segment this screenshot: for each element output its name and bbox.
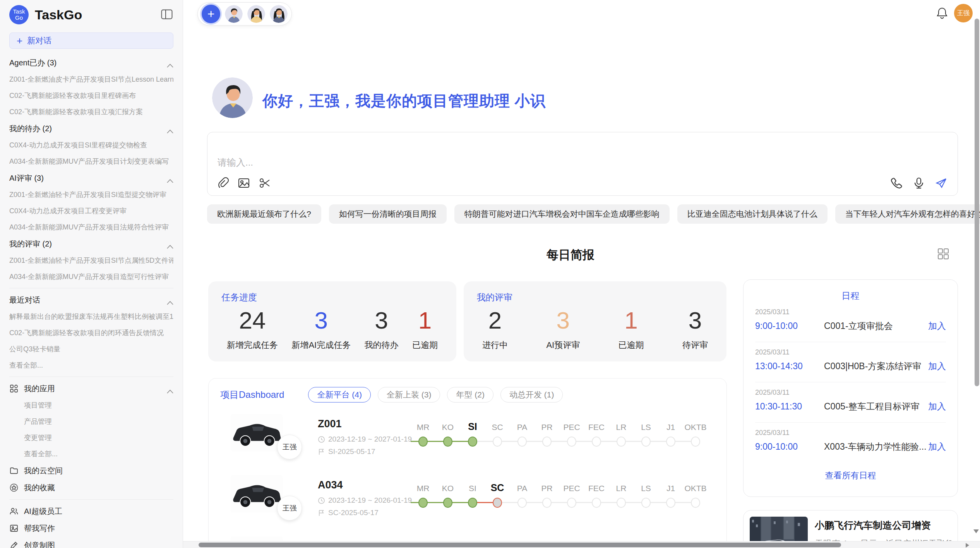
- milestone-label: PEC: [559, 484, 584, 493]
- project-row[interactable]: 王强A0342023-12-19 ~ 2026-01-19SC-2025-05-…: [209, 474, 727, 535]
- recent-chat-item[interactable]: 解释最新出台的欧盟报废车法规再生塑料比例被调至15%...: [9, 308, 173, 325]
- sidebar-task-item[interactable]: Z001-全新燃油轻卡产品开发项目SI造型提交物评审: [9, 187, 173, 203]
- member-avatar-3[interactable]: [270, 5, 288, 23]
- join-link[interactable]: 加入: [928, 401, 946, 413]
- recent-chat-item[interactable]: C02-飞腾新能源轻客改款项目的闭环通告反馈情况: [9, 325, 173, 341]
- horizontal-scrollbar-track[interactable]: [183, 541, 980, 548]
- stat-label: 待评审: [682, 339, 708, 351]
- stat-label: 已逾期: [412, 339, 438, 351]
- suggestion-chip[interactable]: 当下年轻人对汽车外观有怎样的喜好趋势: [835, 204, 980, 224]
- join-link[interactable]: 加入: [928, 360, 946, 372]
- dashboard-filters: 全新平台 (4)全新上装 (3)年型 (2)动总开发 (1): [308, 387, 563, 402]
- add-member-button[interactable]: +: [202, 5, 220, 23]
- join-link[interactable]: 加入: [928, 441, 946, 453]
- milestone-cell: FEC: [584, 474, 609, 524]
- recent-chat-item[interactable]: 公司Q3轻卡销量: [9, 341, 173, 357]
- suggestion-chip[interactable]: 如何写一份清晰的项目周报: [329, 204, 447, 224]
- image-icon[interactable]: [238, 177, 250, 189]
- dashboard-header: 项目Dashboard 全新平台 (4)全新上装 (3)年型 (2)动总开发 (…: [209, 378, 726, 402]
- sidebar-item-favorites-label: 我的收藏: [24, 483, 55, 493]
- stat-value: 3: [365, 307, 399, 334]
- filter-pill[interactable]: 动总开发 (1): [500, 387, 563, 402]
- filter-pill[interactable]: 全新上装 (3): [378, 387, 440, 402]
- milestone-label: PA: [510, 423, 535, 432]
- chevron-up-icon: [167, 61, 173, 65]
- sidebar-section-1-label: 我的待办 (2): [9, 123, 52, 134]
- sidebar-item-cloud-space[interactable]: 我的云空间: [9, 462, 173, 479]
- sidebar-task-item[interactable]: A034-全新新能源MUV产品开发项目计划变更表编写: [9, 153, 173, 170]
- suggestion-chip[interactable]: 特朗普可能对进口汽车增税会对中国车企造成哪些影响: [454, 204, 670, 224]
- recent-chat-item[interactable]: 查看全部...: [9, 357, 173, 373]
- join-link[interactable]: 加入: [928, 320, 946, 332]
- sidebar-section-3[interactable]: 我的评审 (2): [9, 235, 173, 252]
- microphone-icon[interactable]: [913, 177, 925, 189]
- milestone-dot: [567, 498, 576, 508]
- member-avatar-2[interactable]: [247, 5, 265, 23]
- flag-icon: [318, 448, 325, 456]
- filter-pill[interactable]: 年型 (2): [447, 387, 493, 402]
- vertical-scrollbar[interactable]: [975, 19, 979, 386]
- milestone-cell: PEC: [559, 474, 584, 524]
- milestone-cell: PR: [535, 474, 559, 524]
- user-avatar[interactable]: 王强: [954, 4, 973, 22]
- composer-right-icons: [890, 177, 947, 189]
- scissors-icon[interactable]: [259, 177, 271, 189]
- phone-icon[interactable]: [890, 177, 903, 189]
- sidebar-task-item[interactable]: Z001-全新燃油皮卡产品开发项目SI节点Lesson Learn报告: [9, 71, 173, 87]
- project-date-range: 2023-12-19 ~ 2027-01-19: [318, 435, 412, 444]
- milestone-cell: OKTB: [683, 413, 708, 463]
- composer[interactable]: 请输入...: [207, 132, 958, 196]
- project-dashboard-card: 项目Dashboard 全新平台 (4)全新上装 (3)年型 (2)动总开发 (…: [208, 378, 727, 548]
- sidebar-tool-item[interactable]: 帮我写作: [9, 520, 173, 537]
- layout-grid-icon[interactable]: [937, 248, 949, 260]
- new-chat-button[interactable]: + 新对话: [9, 33, 173, 49]
- stat-row: 24新增完成任务3新增AI完成任务3我的待办1已逾期: [221, 307, 443, 351]
- sidebar-task-item[interactable]: A034-全新新能源MUV产品开发项目法规符合性评审: [9, 219, 173, 235]
- milestone-cell: MR: [411, 413, 435, 463]
- schedule-row: 13:00-14:30C003|H0B-方案冻结评审加入: [755, 360, 946, 372]
- milestone-cell: KO: [435, 413, 460, 463]
- sidebar-task-item[interactable]: C02-飞腾新能源轻客改款项目立项汇报方案: [9, 104, 173, 120]
- sidebar-task-item[interactable]: C02-飞腾新能源轻客改款项目里程碑画布: [9, 87, 173, 104]
- suggestion-chip[interactable]: 欧洲新规最近颁布了什么?: [207, 204, 321, 224]
- milestone-cell: SC: [485, 474, 510, 524]
- attachment-icon[interactable]: [217, 177, 229, 189]
- sidebar: Task Go TaskGo + 新对话 Agent已办 (3)Z001-全新燃…: [0, 0, 183, 548]
- horizontal-scrollbar-thumb[interactable]: [199, 543, 841, 547]
- sidebar-task-item[interactable]: Z001-全新燃油轻卡产品开发项目SI节点属性5D文件评审: [9, 252, 173, 269]
- app-sub-item[interactable]: 变更管理: [9, 430, 173, 446]
- sidebar-tool-item[interactable]: AI超级员工: [9, 503, 173, 520]
- sidebar-section-0[interactable]: Agent已办 (3): [9, 54, 173, 71]
- stat-value: 3: [682, 307, 708, 334]
- filter-pill[interactable]: 全新平台 (4): [308, 387, 371, 402]
- sidebar-item-my-apps[interactable]: 我的应用: [9, 380, 173, 397]
- milestone-dot: [468, 437, 477, 447]
- app-sub-item[interactable]: 产品管理: [9, 413, 173, 430]
- schedule-event: C005-整车工程目标评审: [824, 401, 928, 413]
- notification-bell-icon[interactable]: [936, 7, 948, 19]
- scroll-right-arrow-icon[interactable]: [966, 543, 969, 548]
- sidebar-task-item[interactable]: A034-全新新能源MUV产品开发项目造型可行性评审: [9, 269, 173, 285]
- app-sub-item[interactable]: 查看全部...: [9, 446, 173, 462]
- stat-item: 3新增AI完成任务: [291, 307, 351, 351]
- sidebar-task-item[interactable]: C0X4-动力总成开发项目工程变更评审: [9, 203, 173, 219]
- schedule-date: 2025/03/11: [755, 308, 946, 316]
- sidebar-collapse-icon[interactable]: [161, 9, 173, 20]
- new-chat-label: 新对话: [27, 35, 51, 46]
- composer-placeholder: 请输入...: [218, 156, 253, 169]
- milestone-cell: J1: [658, 474, 683, 524]
- view-all-schedule-link[interactable]: 查看所有日程: [755, 470, 946, 481]
- scroll-down-arrow-icon[interactable]: [973, 529, 979, 533]
- project-row[interactable]: 王强Z0012023-12-19 ~ 2027-01-19SI-2025-05-…: [209, 413, 727, 474]
- sidebar-tool-item[interactable]: 创意制图: [9, 537, 173, 548]
- member-avatar-1[interactable]: [225, 5, 243, 23]
- user-avatar-label: 王强: [957, 9, 970, 17]
- send-icon[interactable]: [935, 177, 947, 189]
- sidebar-section-2[interactable]: AI评审 (3): [9, 170, 173, 187]
- app-sub-item[interactable]: 项目管理: [9, 397, 173, 413]
- sidebar-task-item[interactable]: C0X4-动力总成开发项目SI里程碑提交物检查: [9, 137, 173, 153]
- sidebar-section-recent[interactable]: 最近对话: [9, 291, 173, 308]
- sidebar-section-1[interactable]: 我的待办 (2): [9, 120, 173, 137]
- sidebar-item-favorites[interactable]: 我的收藏: [9, 479, 173, 496]
- suggestion-chip[interactable]: 比亚迪全固态电池计划具体说了什么: [677, 204, 828, 224]
